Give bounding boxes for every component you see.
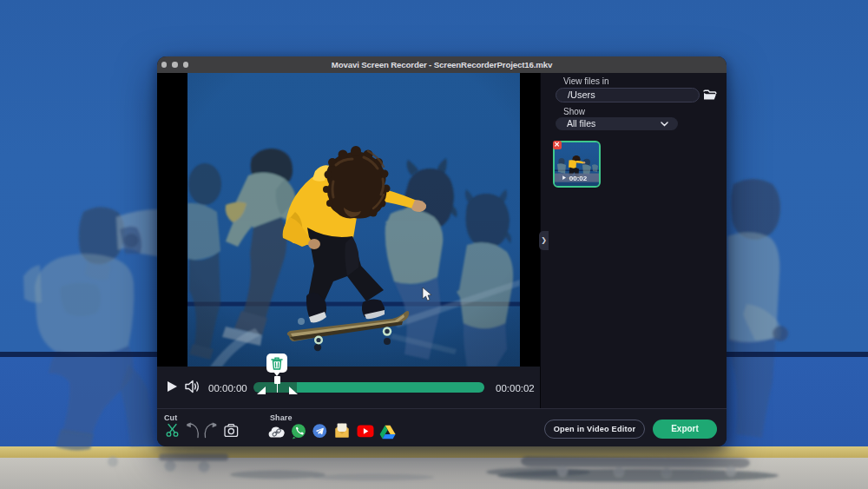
svg-text:00:02: 00:02 — [569, 175, 588, 182]
